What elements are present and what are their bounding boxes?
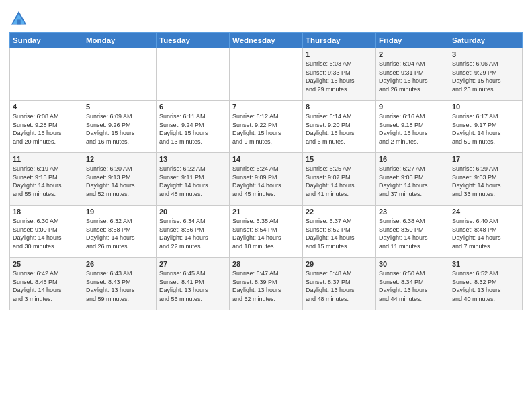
calendar-cell: 4Sunrise: 6:08 AM Sunset: 9:28 PM Daylig…	[10, 101, 83, 153]
day-info: Sunrise: 6:25 AM Sunset: 9:07 PM Dayligh…	[306, 165, 373, 198]
weekday-header-wednesday: Wednesday	[230, 33, 303, 48]
calendar-cell: 12Sunrise: 6:20 AM Sunset: 9:13 PM Dayli…	[83, 153, 157, 205]
day-info: Sunrise: 6:52 AM Sunset: 8:32 PM Dayligh…	[452, 269, 519, 303]
day-info: Sunrise: 6:38 AM Sunset: 8:50 PM Dayligh…	[379, 217, 446, 250]
weekday-header-friday: Friday	[376, 33, 449, 48]
day-info: Sunrise: 6:08 AM Sunset: 9:28 PM Dayligh…	[13, 112, 80, 146]
day-number: 26	[86, 260, 153, 268]
day-number: 2	[379, 50, 446, 58]
calendar-cell: 17Sunrise: 6:29 AM Sunset: 9:03 PM Dayli…	[449, 153, 523, 205]
calendar-cell	[230, 48, 303, 101]
calendar-cell: 21Sunrise: 6:35 AM Sunset: 8:54 PM Dayli…	[230, 205, 303, 258]
day-number: 12	[86, 155, 153, 163]
day-number: 5	[86, 103, 153, 111]
day-info: Sunrise: 6:37 AM Sunset: 8:52 PM Dayligh…	[306, 217, 373, 250]
calendar-cell	[10, 48, 83, 101]
calendar-cell: 9Sunrise: 6:16 AM Sunset: 9:18 PM Daylig…	[376, 101, 449, 153]
calendar-cell: 13Sunrise: 6:22 AM Sunset: 9:11 PM Dayli…	[157, 153, 230, 205]
weekday-header-monday: Monday	[83, 33, 157, 48]
calendar-cell: 28Sunrise: 6:47 AM Sunset: 8:39 PM Dayli…	[230, 258, 303, 310]
calendar-cell: 16Sunrise: 6:27 AM Sunset: 9:05 PM Dayli…	[376, 153, 449, 205]
day-info: Sunrise: 6:48 AM Sunset: 8:37 PM Dayligh…	[306, 269, 373, 303]
calendar-cell: 18Sunrise: 6:30 AM Sunset: 9:00 PM Dayli…	[10, 205, 83, 258]
day-info: Sunrise: 6:03 AM Sunset: 9:33 PM Dayligh…	[306, 60, 373, 93]
day-number: 22	[306, 208, 373, 216]
day-info: Sunrise: 6:42 AM Sunset: 8:45 PM Dayligh…	[13, 269, 80, 303]
day-number: 4	[13, 103, 80, 111]
day-number: 30	[379, 260, 446, 268]
day-info: Sunrise: 6:40 AM Sunset: 8:48 PM Dayligh…	[452, 217, 519, 250]
day-info: Sunrise: 6:09 AM Sunset: 9:26 PM Dayligh…	[86, 112, 153, 146]
day-number: 17	[452, 155, 519, 163]
day-number: 7	[232, 103, 300, 111]
calendar-cell: 5Sunrise: 6:09 AM Sunset: 9:26 PM Daylig…	[83, 101, 157, 153]
day-number: 24	[452, 208, 519, 216]
page: SundayMondayTuesdayWednesdayThursdayFrid…	[0, 0, 532, 411]
day-info: Sunrise: 6:22 AM Sunset: 9:11 PM Dayligh…	[159, 165, 226, 198]
day-info: Sunrise: 6:16 AM Sunset: 9:18 PM Dayligh…	[379, 112, 446, 146]
day-number: 19	[86, 208, 153, 216]
calendar-table: SundayMondayTuesdayWednesdayThursdayFrid…	[9, 32, 523, 310]
day-number: 13	[159, 155, 226, 163]
day-number: 29	[306, 260, 373, 268]
weekday-header-saturday: Saturday	[449, 33, 523, 48]
svg-rect-2	[17, 19, 21, 24]
day-number: 9	[379, 103, 446, 111]
calendar-cell: 19Sunrise: 6:32 AM Sunset: 8:58 PM Dayli…	[83, 205, 157, 258]
calendar-week-1: 1Sunrise: 6:03 AM Sunset: 9:33 PM Daylig…	[10, 48, 523, 101]
day-info: Sunrise: 6:50 AM Sunset: 8:34 PM Dayligh…	[379, 269, 446, 303]
day-number: 14	[232, 155, 300, 163]
calendar-cell: 23Sunrise: 6:38 AM Sunset: 8:50 PM Dayli…	[376, 205, 449, 258]
calendar-cell: 8Sunrise: 6:14 AM Sunset: 9:20 PM Daylig…	[303, 101, 376, 153]
weekday-header-tuesday: Tuesday	[157, 33, 230, 48]
calendar-cell: 24Sunrise: 6:40 AM Sunset: 8:48 PM Dayli…	[449, 205, 523, 258]
day-info: Sunrise: 6:30 AM Sunset: 9:00 PM Dayligh…	[13, 217, 80, 250]
calendar-cell: 10Sunrise: 6:17 AM Sunset: 9:17 PM Dayli…	[449, 101, 523, 153]
day-number: 28	[232, 260, 300, 268]
header	[9, 7, 523, 28]
calendar-cell: 26Sunrise: 6:43 AM Sunset: 8:43 PM Dayli…	[83, 258, 157, 310]
day-info: Sunrise: 6:20 AM Sunset: 9:13 PM Dayligh…	[86, 165, 153, 198]
calendar-cell: 20Sunrise: 6:34 AM Sunset: 8:56 PM Dayli…	[157, 205, 230, 258]
day-number: 6	[159, 103, 226, 111]
day-number: 31	[452, 260, 519, 268]
day-number: 23	[379, 208, 446, 216]
calendar-cell: 7Sunrise: 6:12 AM Sunset: 9:22 PM Daylig…	[230, 101, 303, 153]
day-number: 15	[306, 155, 373, 163]
day-info: Sunrise: 6:35 AM Sunset: 8:54 PM Dayligh…	[232, 217, 300, 250]
day-info: Sunrise: 6:45 AM Sunset: 8:41 PM Dayligh…	[159, 269, 226, 303]
day-info: Sunrise: 6:34 AM Sunset: 8:56 PM Dayligh…	[159, 217, 226, 250]
calendar-cell: 15Sunrise: 6:25 AM Sunset: 9:07 PM Dayli…	[303, 153, 376, 205]
day-number: 1	[306, 50, 373, 58]
logo-icon	[9, 9, 28, 28]
weekday-header-sunday: Sunday	[10, 33, 83, 48]
day-number: 27	[159, 260, 226, 268]
calendar-cell: 27Sunrise: 6:45 AM Sunset: 8:41 PM Dayli…	[157, 258, 230, 310]
logo	[9, 9, 31, 28]
day-number: 21	[232, 208, 300, 216]
day-number: 11	[13, 155, 80, 163]
day-info: Sunrise: 6:04 AM Sunset: 9:31 PM Dayligh…	[379, 60, 446, 93]
calendar-cell: 3Sunrise: 6:06 AM Sunset: 9:29 PM Daylig…	[449, 48, 523, 101]
calendar-cell: 31Sunrise: 6:52 AM Sunset: 8:32 PM Dayli…	[449, 258, 523, 310]
day-info: Sunrise: 6:29 AM Sunset: 9:03 PM Dayligh…	[452, 165, 519, 198]
calendar-cell: 14Sunrise: 6:24 AM Sunset: 9:09 PM Dayli…	[230, 153, 303, 205]
day-info: Sunrise: 6:19 AM Sunset: 9:15 PM Dayligh…	[13, 165, 80, 198]
day-info: Sunrise: 6:14 AM Sunset: 9:20 PM Dayligh…	[306, 112, 373, 146]
day-number: 25	[13, 260, 80, 268]
calendar-cell: 30Sunrise: 6:50 AM Sunset: 8:34 PM Dayli…	[376, 258, 449, 310]
calendar-week-4: 18Sunrise: 6:30 AM Sunset: 9:00 PM Dayli…	[10, 205, 523, 258]
calendar-week-2: 4Sunrise: 6:08 AM Sunset: 9:28 PM Daylig…	[10, 101, 523, 153]
day-info: Sunrise: 6:27 AM Sunset: 9:05 PM Dayligh…	[379, 165, 446, 198]
day-number: 18	[13, 208, 80, 216]
calendar-week-5: 25Sunrise: 6:42 AM Sunset: 8:45 PM Dayli…	[10, 258, 523, 310]
day-info: Sunrise: 6:06 AM Sunset: 9:29 PM Dayligh…	[452, 60, 519, 93]
calendar-cell	[157, 48, 230, 101]
day-info: Sunrise: 6:43 AM Sunset: 8:43 PM Dayligh…	[86, 269, 153, 303]
calendar-cell: 25Sunrise: 6:42 AM Sunset: 8:45 PM Dayli…	[10, 258, 83, 310]
calendar-cell: 29Sunrise: 6:48 AM Sunset: 8:37 PM Dayli…	[303, 258, 376, 310]
day-info: Sunrise: 6:17 AM Sunset: 9:17 PM Dayligh…	[452, 112, 519, 146]
day-info: Sunrise: 6:24 AM Sunset: 9:09 PM Dayligh…	[232, 165, 300, 198]
calendar-cell	[83, 48, 157, 101]
day-number: 8	[306, 103, 373, 111]
